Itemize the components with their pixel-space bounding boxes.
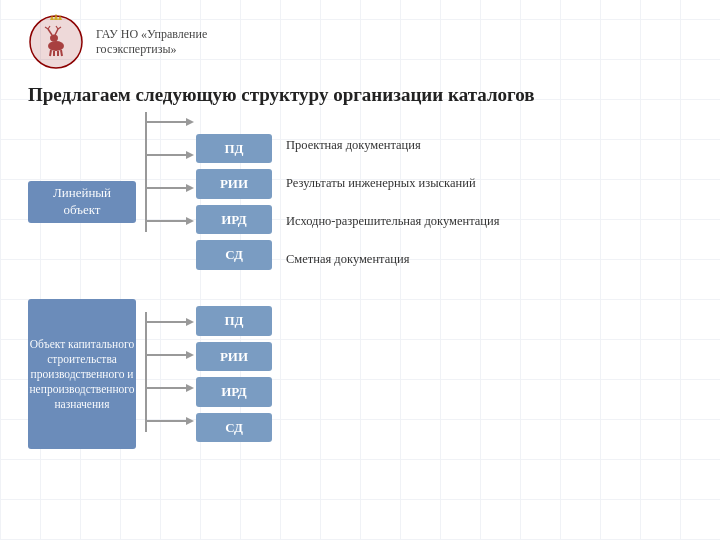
- row1-item-sd: СД: [196, 240, 272, 270]
- row1-center-items: ПД РИИ ИРД СД: [196, 134, 272, 270]
- row2-item-rii: РИИ: [196, 342, 272, 372]
- row1-label-pd: Проектная документация: [286, 129, 499, 161]
- org-line2: госэкспертизы»: [96, 42, 207, 57]
- svg-point-2: [48, 41, 64, 51]
- row2-item-pd: ПД: [196, 306, 272, 336]
- svg-line-13: [61, 50, 62, 56]
- row1-label-sd: Сметная документация: [286, 243, 499, 275]
- svg-marker-21: [186, 184, 194, 192]
- row2-item-ird: ИРД: [196, 377, 272, 407]
- svg-line-10: [50, 50, 51, 56]
- diagram-section: Линейный объект ПД РИИ ИРД СД: [28, 129, 692, 452]
- svg-marker-30: [186, 384, 194, 392]
- svg-marker-26: [186, 318, 194, 326]
- page-title: Предлагаем следующую структуру организац…: [28, 84, 692, 107]
- svg-marker-14: [50, 14, 62, 20]
- row2-center-items: ПД РИИ ИРД СД: [196, 306, 272, 442]
- svg-marker-19: [186, 151, 194, 159]
- logo-icon: [28, 14, 84, 70]
- main-content: ГАУ НО «Управление госэкспертизы» Предла…: [0, 0, 720, 466]
- row2-connector-svg: [136, 292, 196, 452]
- header: ГАУ НО «Управление госэкспертизы»: [28, 14, 692, 70]
- row1: Линейный объект ПД РИИ ИРД СД: [28, 129, 692, 275]
- row1-left-box: Линейный объект: [28, 181, 136, 223]
- svg-marker-23: [186, 217, 194, 225]
- row1-connector-svg: [136, 92, 196, 252]
- row1-item-rii: РИИ: [196, 169, 272, 199]
- row1-item-pd: ПД: [196, 134, 272, 164]
- row1-label-rii: Результаты инженерных изысканий: [286, 167, 499, 199]
- row1-item-ird: ИРД: [196, 205, 272, 235]
- row2-item-sd: СД: [196, 413, 272, 443]
- svg-marker-32: [186, 417, 194, 425]
- row1-label-ird: Исходно-разрешительная документация: [286, 205, 499, 237]
- svg-marker-28: [186, 351, 194, 359]
- row2: Объект капитального строительства произв…: [28, 297, 692, 452]
- row2-left-box: Объект капитального строительства произв…: [28, 299, 136, 449]
- row1-right-labels: Проектная документация Результаты инжене…: [286, 129, 499, 275]
- org-line1: ГАУ НО «Управление: [96, 27, 207, 42]
- svg-point-3: [50, 35, 58, 42]
- svg-marker-17: [186, 118, 194, 126]
- org-name-text: ГАУ НО «Управление госэкспертизы»: [96, 27, 207, 57]
